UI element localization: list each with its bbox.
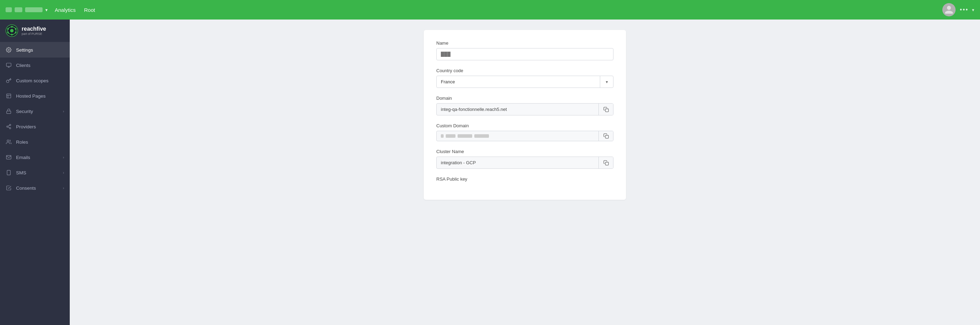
share-icon: [6, 123, 12, 130]
country-code-select-wrapper: France ▾: [436, 76, 614, 88]
check-icon: [6, 185, 12, 191]
gear-icon: [6, 47, 12, 53]
chevron-down-icon: ▾: [600, 76, 613, 88]
domain-field-group: Domain: [436, 96, 614, 115]
sidebar-item-label-custom-scopes: Custom scopes: [16, 78, 64, 83]
email-icon: [6, 154, 12, 161]
redact-3: [458, 134, 472, 138]
sidebar-item-label-sms: SMS: [16, 170, 59, 175]
form-card: Name Country code France ▾ Domain: [424, 30, 626, 200]
name-field-group: Name: [436, 40, 614, 61]
rsa-key-label: RSA Public key: [436, 177, 614, 182]
svg-point-18: [6, 126, 8, 127]
topbar-nav-analytics[interactable]: Analytics: [55, 7, 76, 13]
custom-domain-input-wrapper: [436, 131, 614, 141]
sidebar-item-clients[interactable]: Clients: [0, 57, 70, 73]
domain-label: Domain: [436, 96, 614, 101]
monitor-icon: [6, 62, 12, 69]
svg-rect-26: [605, 135, 609, 139]
cluster-name-label: Cluster Name: [436, 149, 614, 154]
svg-point-9: [8, 49, 10, 51]
main-content: Name Country code France ▾ Domain: [70, 19, 980, 325]
sidebar-item-label-hosted-pages: Hosted Pages: [16, 94, 64, 99]
custom-domain-field-group: Custom Domain: [436, 123, 614, 141]
svg-point-2: [10, 29, 14, 32]
svg-point-8: [7, 28, 9, 30]
sidebar-item-label-roles: Roles: [16, 140, 64, 145]
domain-copy-button[interactable]: [598, 104, 613, 115]
redact-1: [441, 134, 444, 138]
breadcrumb-dropdown-icon[interactable]: ▾: [45, 7, 48, 13]
svg-point-5: [15, 32, 17, 33]
key-icon: [6, 77, 12, 84]
rsa-key-field-group: RSA Public key: [436, 177, 614, 182]
sidebar-items-container: SettingsClientsCustom scopesHosted Pages…: [0, 42, 70, 196]
custom-domain-label: Custom Domain: [436, 123, 614, 128]
sidebar-item-consents[interactable]: Consents›: [0, 180, 70, 196]
name-input[interactable]: [436, 48, 614, 61]
custom-domain-redacted: [437, 131, 598, 141]
svg-point-7: [7, 32, 9, 33]
country-code-field-group: Country code France ▾: [436, 68, 614, 88]
name-label: Name: [436, 40, 614, 46]
topbar-more-options[interactable]: •••: [960, 6, 968, 14]
users-icon: [6, 139, 12, 145]
svg-point-22: [7, 140, 9, 142]
svg-line-21: [8, 125, 10, 126]
svg-point-19: [10, 127, 11, 129]
topbar-nav-root[interactable]: Root: [84, 7, 95, 13]
svg-rect-16: [6, 111, 11, 113]
sidebar-item-security[interactable]: Security›: [0, 104, 70, 119]
redact-4: [474, 134, 489, 138]
breadcrumb-block-1: [6, 7, 12, 12]
sidebar-item-label-security: Security: [16, 109, 59, 114]
breadcrumb: ▾: [6, 7, 48, 13]
svg-point-3: [11, 26, 13, 28]
sidebar-item-label-providers: Providers: [16, 124, 64, 129]
sidebar-item-providers[interactable]: Providers: [0, 119, 70, 134]
sidebar-item-emails[interactable]: Emails›: [0, 150, 70, 165]
sidebar-item-label-consents: Consents: [16, 185, 59, 191]
cluster-name-field-group: Cluster Name: [436, 149, 614, 169]
cluster-name-copy-button[interactable]: [598, 157, 613, 169]
svg-rect-23: [7, 170, 10, 175]
topbar-caret-icon[interactable]: ▾: [972, 7, 974, 13]
svg-rect-13: [6, 94, 11, 98]
svg-point-6: [11, 34, 13, 35]
redact-2: [446, 134, 455, 138]
lock-icon: [6, 108, 12, 115]
sidebar-item-roles[interactable]: Roles: [0, 134, 70, 150]
mobile-icon: [6, 169, 12, 176]
sidebar-item-label-emails: Emails: [16, 155, 59, 160]
logo-name: reachfive: [22, 26, 46, 32]
cluster-name-input-wrapper: [436, 156, 614, 169]
sidebar-item-hosted-pages[interactable]: Hosted Pages: [0, 88, 70, 104]
sidebar-item-custom-scopes[interactable]: Custom scopes: [0, 73, 70, 88]
page-icon: [6, 93, 12, 99]
svg-rect-27: [605, 162, 609, 165]
svg-rect-25: [605, 109, 609, 112]
domain-input: [437, 104, 598, 115]
chevron-right-icon: ›: [63, 155, 64, 159]
custom-domain-copy-button[interactable]: [598, 131, 613, 141]
chevron-right-icon: ›: [63, 170, 64, 175]
domain-input-wrapper: [436, 103, 614, 115]
country-code-label: Country code: [436, 68, 614, 73]
svg-point-4: [15, 28, 17, 30]
breadcrumb-block-2: [15, 7, 22, 12]
user-avatar[interactable]: [942, 3, 956, 16]
cluster-name-input: [437, 157, 598, 169]
sidebar-item-settings[interactable]: Settings: [0, 42, 70, 57]
sidebar-item-label-clients: Clients: [16, 63, 64, 68]
logo-sub: part of PURSE: [22, 32, 46, 35]
sidebar-item-sms[interactable]: SMS›: [0, 165, 70, 180]
topbar: ▾ Analytics Root ••• ▾: [0, 0, 980, 19]
chevron-right-icon: ›: [63, 109, 64, 113]
country-code-select[interactable]: France: [437, 76, 600, 88]
svg-point-17: [10, 124, 11, 126]
svg-line-20: [8, 127, 10, 128]
svg-rect-10: [6, 63, 11, 66]
sidebar-logo: reachfive part of PURSE: [0, 19, 70, 42]
sidebar-item-label-settings: Settings: [16, 48, 64, 53]
topbar-nav: Analytics Root: [55, 7, 95, 13]
